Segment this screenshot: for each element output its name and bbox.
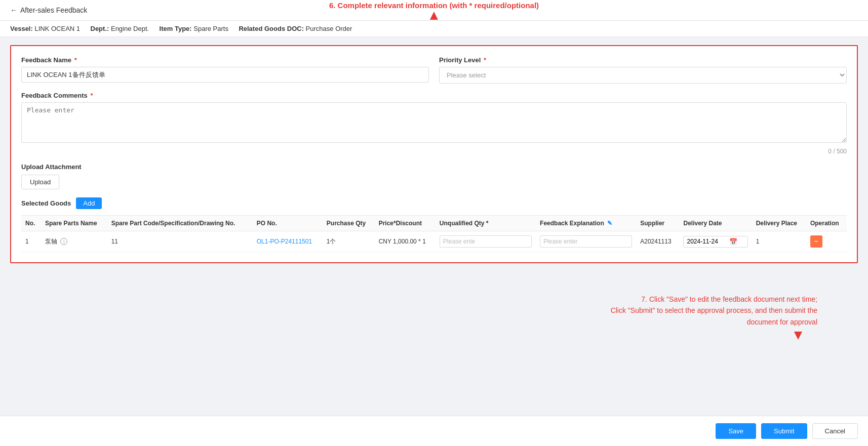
cell-delivery-place: 1 (752, 231, 806, 252)
feedback-name-input[interactable] (21, 67, 429, 83)
table-row: 1 泵轴 i 11 OL1-PO-P24111501 1个 CNY 1,000.… (21, 231, 847, 252)
col-supplier: Supplier (636, 216, 679, 231)
related-doc-value: Purchase Order (306, 25, 352, 32)
feedback-comments-textarea[interactable] (21, 102, 847, 143)
bottom-instruction-arrow-icon (794, 332, 802, 340)
vessel-label: Vessel: (10, 25, 33, 32)
col-price-discount: Price*Discount (375, 216, 436, 231)
selected-goods-header: Selected Goods Add (21, 197, 847, 209)
cell-purchase-qty: 1个 (323, 231, 375, 252)
priority-level-label: Priority Level * (439, 56, 847, 64)
back-link[interactable]: ← After-sales Feedback (10, 6, 87, 14)
cell-price-discount: CNY 1,000.00 * 1 (375, 231, 436, 252)
cell-parts-name: 泵轴 i (41, 231, 107, 252)
goods-table-header: No. Spare Parts Name Spare Part Code/Spe… (21, 216, 847, 231)
cell-po-no: OL1-PO-P24111501 (253, 231, 323, 252)
vessel-value: LINK OCEAN 1 (34, 25, 80, 32)
instruction-arrow-icon (430, 12, 438, 20)
bottom-instruction-line2: Click "Submit" to select the approval pr… (10, 305, 817, 316)
feedback-comments-label: Feedback Comments * (21, 92, 847, 99)
upload-button[interactable]: Upload (21, 175, 59, 189)
item-type-value: Spare Parts (193, 25, 228, 32)
priority-level-group: Priority Level * Please select High Medi… (439, 56, 847, 84)
col-operation: Operation (806, 216, 847, 231)
form-row-1: Feedback Name * Priority Level * Please … (21, 56, 847, 84)
feedback-name-required: * (74, 56, 77, 64)
po-no-link[interactable]: OL1-PO-P24111501 (257, 238, 312, 245)
col-feedback-explanation: Feedback Explanation ✎ (536, 216, 636, 231)
cell-feedback-explanation[interactable] (536, 231, 636, 252)
cell-part-code: 11 (107, 231, 253, 252)
cell-no: 1 (21, 231, 41, 252)
form-card: Feedback Name * Priority Level * Please … (10, 45, 858, 263)
bottom-instruction-line1: 7. Click "Save" to edit the feedback doc… (10, 294, 817, 305)
delivery-date-input[interactable] (687, 238, 727, 245)
main-content: Feedback Name * Priority Level * Please … (0, 37, 868, 376)
cell-unqualified-qty[interactable] (436, 231, 536, 252)
col-po-no: PO No. (253, 216, 323, 231)
add-goods-button[interactable]: Add (76, 197, 102, 209)
dept-label: Dept.: (91, 25, 109, 32)
remove-row-button[interactable]: − (810, 235, 822, 248)
top-bar: ← After-sales Feedback 6. Complete relev… (0, 0, 868, 21)
back-label: After-sales Feedback (20, 6, 87, 14)
feedback-name-group: Feedback Name * (21, 56, 429, 84)
cell-operation: − (806, 231, 847, 252)
page-instruction: 6. Complete relevant information (with *… (329, 1, 539, 20)
col-parts-name: Spare Parts Name (41, 216, 107, 231)
unqualified-qty-input[interactable] (440, 235, 532, 248)
item-type-label: Item Type: (160, 25, 192, 32)
bottom-instruction-line3: document for approval (10, 316, 817, 328)
calendar-icon: 📅 (729, 238, 737, 246)
priority-level-required: * (484, 56, 486, 64)
feedback-comments-required: * (90, 92, 93, 99)
feedback-explanation-edit-icon[interactable]: ✎ (607, 220, 612, 227)
feedback-name-label: Feedback Name * (21, 56, 429, 64)
char-count: 0 / 500 (21, 148, 847, 155)
breadcrumb-bar: Vessel: LINK OCEAN 1 Dept.: Engine Dept.… (0, 21, 868, 37)
upload-label: Upload Attachment (21, 163, 847, 171)
feedback-comments-group: Feedback Comments * 0 / 500 (21, 92, 847, 155)
col-unqualified-qty: Unqualified Qty * (436, 216, 536, 231)
dept-value: Engine Dept. (111, 25, 149, 32)
cell-delivery-date: 📅 (679, 231, 752, 252)
bottom-instruction: 7. Click "Save" to edit the feedback doc… (10, 294, 858, 328)
priority-level-select[interactable]: Please select High Medium Low (439, 67, 847, 84)
upload-section: Upload Attachment Upload (21, 163, 847, 189)
feedback-explanation-input[interactable] (540, 235, 632, 248)
col-purchase-qty: Purchase Qty (323, 216, 375, 231)
parts-name-info-icon[interactable]: i (60, 238, 67, 245)
back-arrow-icon: ← (10, 6, 17, 14)
related-doc-label: Related Goods DOC: (239, 25, 304, 32)
col-no: No. (21, 216, 41, 231)
col-part-code: Spare Part Code/Specification/Drawing No… (107, 216, 253, 231)
col-delivery-date: Delivery Date (679, 216, 752, 231)
cell-supplier: A20241113 (636, 231, 679, 252)
delivery-date-wrap[interactable]: 📅 (683, 236, 747, 248)
goods-table: No. Spare Parts Name Spare Part Code/Spe… (21, 215, 847, 252)
col-delivery-place: Delivery Place (752, 216, 806, 231)
selected-goods-title: Selected Goods (21, 199, 71, 207)
goods-table-body: 1 泵轴 i 11 OL1-PO-P24111501 1个 CNY 1,000.… (21, 231, 847, 252)
